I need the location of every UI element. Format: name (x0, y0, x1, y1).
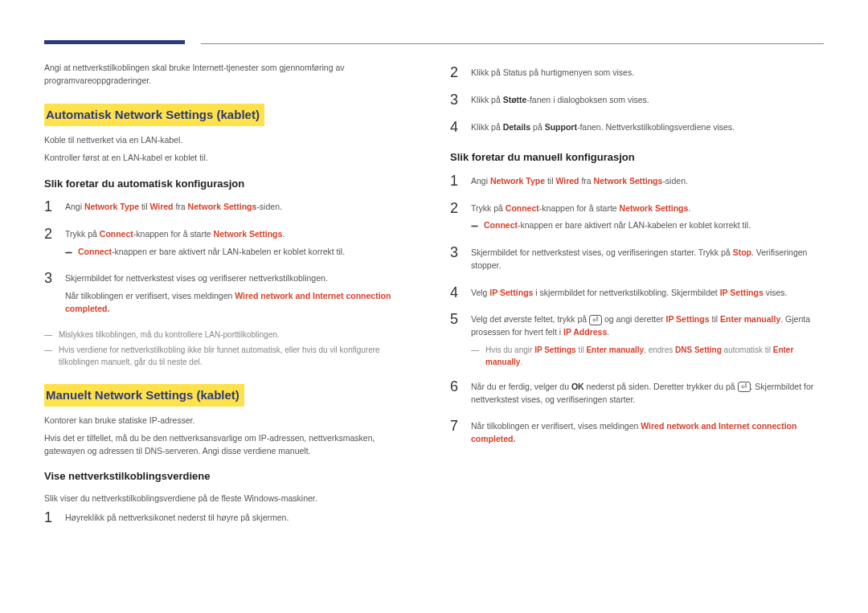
step-body: Trykk på Connect-knappen for å starte Ne… (65, 227, 418, 264)
manual-step-5: 5 Velg det øverste feltet, trykk på ⏎ og… (450, 312, 824, 371)
step-body: Høyreklikk på nettverksikonet nederst ti… (65, 510, 418, 529)
manual-step-4: 4 Velg IP Settings i skjermbildet for ne… (450, 285, 824, 304)
enter-key-icon: ⏎ (738, 382, 751, 392)
step-number: 4 (450, 285, 471, 301)
auto-note-2: ― Hvis verdiene for nettverkstilkobling … (44, 344, 418, 368)
view-step-1: 1 Høyreklikk på nettverksikonet nederst … (44, 510, 418, 529)
right-column: 2 Klikk på Status på hurtigmenyen som vi… (450, 62, 824, 537)
step-body: Trykk på Connect-knappen for å starte Ne… (471, 201, 824, 238)
auto-p1: Koble til nettverket via en LAN-kabel. (44, 134, 418, 147)
step-body: Skjermbildet for nettverkstest vises, og… (471, 245, 824, 277)
step-number: 1 (44, 510, 65, 526)
manual-step-7: 7 Når tilkoblingen er verifisert, vises … (450, 419, 824, 451)
auto-step-1: 1 Angi Network Type til Wired fra Networ… (44, 199, 418, 219)
step-body: Angi Network Type til Wired fra Network … (471, 174, 824, 193)
subheading-auto-config: Slik foretar du automatisk konfigurasjon (44, 176, 418, 192)
step-number: 6 (450, 379, 471, 395)
step-body: Klikk på Status på hurtigmenyen som vise… (471, 65, 824, 84)
manual-step-1: 1 Angi Network Type til Wired fra Networ… (450, 174, 824, 193)
step-number: 1 (450, 174, 471, 190)
step-body: Klikk på Details på Support-fanen. Nettv… (471, 120, 824, 139)
step-body: Velg det øverste feltet, trykk på ⏎ og a… (471, 312, 824, 371)
note-mark-icon: ― (471, 344, 485, 356)
view-values-intro: Slik viser du nettverkstilkoblingsverdie… (44, 492, 418, 505)
step-body: Når du er ferdig, velger du OK nederst p… (471, 379, 824, 411)
page-header-rule (44, 40, 824, 44)
view-step-3: 3 Klikk på Støtte-fanen i dialogboksen s… (450, 92, 824, 112)
view-values-steps-cont: 2 Klikk på Status på hurtigmenyen som vi… (450, 65, 824, 138)
step-number: 3 (44, 271, 65, 287)
manual-step-2: 2 Trykk på Connect-knappen for å starte … (450, 201, 824, 238)
view-values-steps: 1 Høyreklikk på nettverksikonet nederst … (44, 510, 418, 529)
subheading-manual-config: Slik foretar du manuell konfigurasjon (450, 149, 824, 166)
intro-text: Angi at nettverkstilkoblingen skal bruke… (44, 62, 418, 88)
step-number: 3 (450, 92, 471, 108)
left-column: Angi at nettverkstilkoblingen skal bruke… (44, 62, 418, 537)
manual-step-5-note: ― Hvis du angir IP Settings til Enter ma… (471, 344, 824, 368)
auto-steps: 1 Angi Network Type til Wired fra Networ… (44, 199, 418, 321)
manual-p1: Kontorer kan bruke statiske IP-adresser. (44, 415, 418, 427)
chapter-tab-mark (44, 40, 185, 44)
step-body: Velg IP Settings i skjermbildet for nett… (471, 285, 824, 304)
note-mark-icon: ― (44, 329, 59, 341)
subheading-view-values: Vise nettverkstilkoblingsverdiene (44, 468, 418, 484)
manual-steps: 1 Angi Network Type til Wired fra Networ… (450, 174, 824, 451)
dash-icon: ‒ (471, 219, 484, 231)
content-columns: Angi at nettverkstilkoblingen skal bruke… (44, 62, 824, 537)
step-number: 2 (450, 65, 471, 81)
step-number: 3 (450, 245, 471, 261)
manual-step-3: 3 Skjermbildet for nettverkstest vises, … (450, 245, 824, 277)
step-number: 7 (450, 419, 471, 435)
note-mark-icon: ― (44, 344, 59, 356)
step-number: 2 (450, 201, 471, 217)
auto-note-1: ― Mislykkes tilkoblingen, må du kontroll… (44, 329, 418, 341)
view-step-4: 4 Klikk på Details på Support-fanen. Net… (450, 120, 824, 139)
auto-p2: Kontroller først at en LAN-kabel er kobl… (44, 152, 418, 165)
header-thin-line (201, 43, 824, 44)
heading-manual-network: Manuelt Network Settings (kablet) (44, 384, 244, 407)
step-number: 4 (450, 120, 471, 136)
auto-step-2: 2 Trykk på Connect-knappen for å starte … (44, 227, 418, 264)
auto-step-2-note: ‒ Connect-knappen er bare aktivert når L… (65, 246, 418, 259)
step-body: Når tilkoblingen er verifisert, vises me… (471, 419, 824, 451)
heading-auto-network: Automatisk Network Settings (kablet) (44, 104, 264, 127)
view-step-2: 2 Klikk på Status på hurtigmenyen som vi… (450, 65, 824, 84)
step-number: 5 (450, 312, 471, 328)
auto-step-3: 3 Skjermbildet for nettverkstest vises o… (44, 271, 418, 320)
dash-icon: ‒ (65, 246, 78, 257)
manual-step-2-note: ‒ Connect-knappen er bare aktivert når L… (471, 219, 824, 232)
manual-step-6: 6 Når du er ferdig, velger du OK nederst… (450, 379, 824, 411)
enter-key-icon: ⏎ (589, 315, 602, 325)
manual-p2: Hvis det er tilfellet, må du be den nett… (44, 432, 418, 458)
step-body: Angi Network Type til Wired fra Network … (65, 199, 418, 219)
step-body: Klikk på Støtte-fanen i dialogboksen som… (471, 92, 824, 112)
step-body: Skjermbildet for nettverkstest vises og … (65, 271, 418, 320)
step-number: 2 (44, 227, 65, 243)
step-number: 1 (44, 199, 65, 215)
